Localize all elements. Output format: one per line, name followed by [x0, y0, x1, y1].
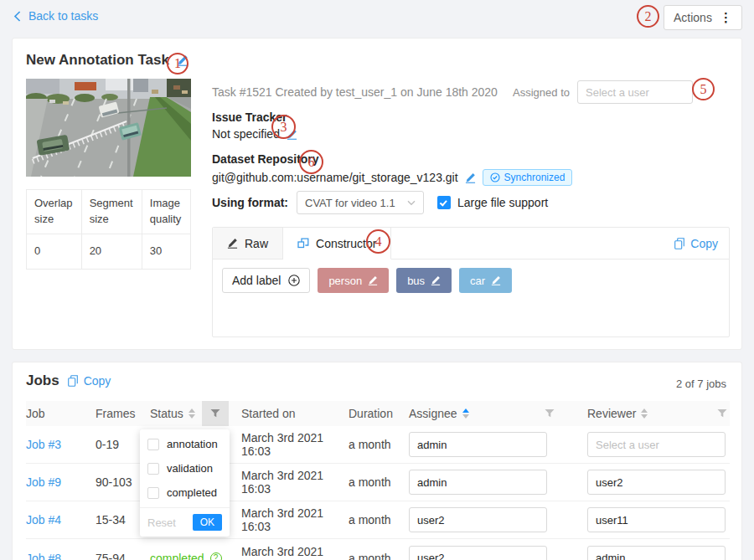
label-bus-name: bus [407, 275, 425, 287]
back-to-tasks-label: Back to tasks [28, 9, 98, 23]
label-chip-car[interactable]: car [459, 268, 512, 293]
label-chip-person[interactable]: person [318, 268, 389, 293]
started-value: March 3rd 2021 16:03 [241, 431, 349, 458]
annotation-circle-3: 3 [271, 115, 296, 139]
tab-raw[interactable]: Raw [213, 228, 283, 259]
column-assignee-sort[interactable]: Assignee [409, 407, 541, 420]
edit-repository-icon[interactable] [465, 172, 476, 183]
reviewer-input[interactable] [587, 507, 726, 532]
duration-value: a month [349, 475, 409, 489]
reviewer-input[interactable] [587, 470, 726, 495]
checkbox-unchecked-icon[interactable] [147, 487, 159, 499]
annotation-circle-2: 2 [637, 5, 659, 28]
param-header-segment: Segment size [81, 190, 142, 234]
filter-option-label: validation [167, 462, 213, 475]
dataset-repository-label: Dataset Repository [212, 152, 572, 166]
checkbox-unchecked-icon[interactable] [147, 439, 159, 450]
param-value-quality: 30 [142, 234, 190, 269]
param-header-quality: Image quality [142, 190, 190, 234]
reviewer-input[interactable] [587, 546, 726, 560]
started-value: March 3rd 2021 16:03 [241, 506, 349, 533]
status-filter-button[interactable] [202, 401, 229, 426]
edit-label-person-icon[interactable] [368, 275, 378, 285]
sort-icon-ascending [462, 408, 469, 419]
column-status-label: Status [150, 407, 183, 420]
check-circle-icon [490, 172, 500, 182]
assignee-input[interactable] [409, 546, 547, 560]
label-car-name: car [470, 275, 485, 287]
jobs-copy-button[interactable]: Copy [68, 374, 111, 388]
label-chip-bus[interactable]: bus [396, 268, 452, 293]
format-select[interactable]: CVAT for video 1.1 [297, 191, 424, 214]
add-label-text: Add label [232, 274, 281, 287]
job-link[interactable]: Job #9 [26, 475, 61, 489]
labels-tabs-panel: Raw Constructor Copy Add label [212, 227, 730, 337]
filter-option-completed[interactable]: completed [140, 480, 230, 505]
assigned-to-input[interactable] [577, 80, 693, 104]
frames-value: 75-94 [96, 552, 150, 560]
task-meta: Task #1521 Created by test_user_1 on Jun… [212, 85, 498, 99]
kebab-menu-icon: ⋮ [720, 10, 732, 25]
column-reviewer-sort[interactable]: Reviewer [587, 407, 705, 420]
filter-reset-button[interactable]: Reset [147, 516, 176, 529]
add-label-button[interactable]: Add label [222, 268, 310, 293]
column-job: Job [26, 407, 96, 420]
job-link[interactable]: Job #3 [26, 438, 61, 451]
job-link[interactable]: Job #8 [26, 552, 61, 560]
jobs-count: 2 of 7 jobs [676, 378, 726, 390]
table-row: Job #8 75-94 completed ? March 3rd 2021 … [26, 539, 730, 560]
large-file-support-checkbox[interactable]: Large file support [437, 196, 548, 209]
label-person-name: person [328, 275, 362, 287]
jobs-title: Jobs [26, 372, 59, 389]
labels-copy-button[interactable]: Copy [674, 228, 729, 259]
table-row: Job #9 90-103 March 3rd 2021 16:03 a mon… [26, 464, 730, 501]
filter-option-validation[interactable]: validation [140, 456, 230, 480]
back-to-tasks-link[interactable]: Back to tasks [13, 9, 98, 23]
filter-option-annotation[interactable]: annotation [140, 432, 230, 456]
chevron-down-icon [407, 200, 416, 206]
filter-option-label: annotation [167, 438, 218, 450]
assignee-input[interactable] [409, 507, 547, 532]
actions-label: Actions [674, 11, 712, 24]
jobs-card: Jobs Copy 2 of 7 jobs Job Frames Status … [12, 362, 742, 560]
annotation-circle-5: 5 [692, 78, 715, 100]
back-chevron-icon [13, 11, 21, 22]
using-format-label: Using format: [212, 196, 288, 209]
checkbox-unchecked-icon[interactable] [147, 463, 159, 475]
assignee-filter-button[interactable] [541, 401, 587, 426]
plus-circle-icon [288, 275, 300, 286]
filter-ok-button[interactable]: OK [193, 514, 222, 531]
checkbox-checked-icon [437, 196, 451, 209]
task-title: New Annotation Task [26, 52, 169, 69]
labels-copy-label: Copy [690, 237, 718, 250]
tab-raw-label: Raw [245, 237, 268, 250]
duration-value: a month [349, 513, 409, 527]
edit-label-bus-icon[interactable] [431, 275, 441, 285]
actions-button[interactable]: Actions ⋮ [664, 5, 742, 30]
annotation-circle-4: 4 [366, 229, 390, 254]
task-title-row: New Annotation Task [26, 52, 188, 69]
dataset-repository-url: git@github.com:username/git_storage_v123… [212, 171, 458, 184]
reviewer-input[interactable] [587, 432, 726, 457]
column-reviewer-label: Reviewer [587, 407, 636, 420]
annotation-circle-1: 1 [167, 53, 188, 74]
column-assignee-label: Assignee [409, 407, 457, 420]
column-status-sort[interactable]: Status [150, 407, 202, 420]
edit-label-car-icon[interactable] [491, 275, 501, 285]
job-link[interactable]: Job #4 [26, 513, 61, 527]
filter-option-label: completed [167, 486, 217, 499]
task-details-card: New Annotation Task [12, 38, 742, 350]
question-circle-icon[interactable]: ? [210, 552, 222, 560]
assignee-input[interactable] [409, 432, 547, 457]
column-frames: Frames [96, 407, 150, 420]
param-value-overlap: 0 [27, 234, 82, 269]
pencil-icon [227, 238, 238, 249]
issue-tracker-value: Not specified [212, 127, 280, 141]
sync-status-badge[interactable]: Synchronized [483, 169, 573, 186]
funnel-icon [545, 408, 555, 419]
sort-icon [641, 408, 648, 419]
assignee-input[interactable] [409, 470, 547, 495]
reviewer-filter-button[interactable] [705, 401, 730, 426]
status-filter-dropdown: annotation validation completed Reset OK [140, 429, 230, 537]
block-icon [297, 238, 309, 249]
